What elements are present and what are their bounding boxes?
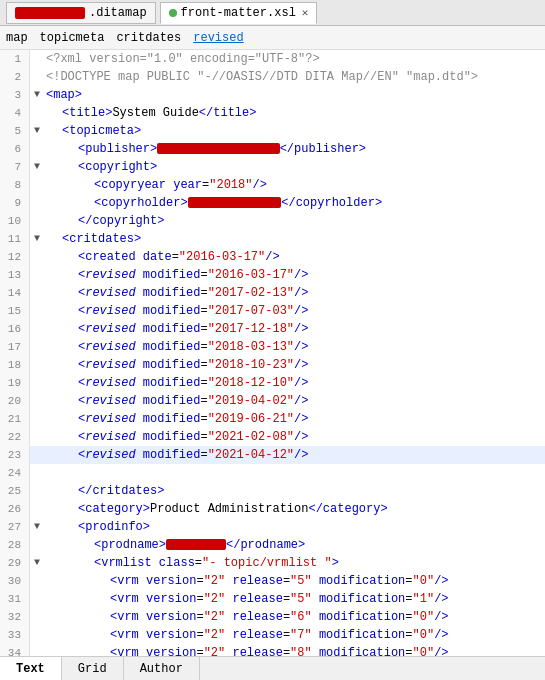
code-line-14[interactable]: 14 <revised modified="2017-02-13"/>	[0, 284, 545, 302]
line-number: 16	[0, 320, 30, 338]
tab-dot	[169, 9, 177, 17]
line-number: 2	[0, 68, 30, 86]
code-line-13[interactable]: 13 <revised modified="2016-03-17"/>	[0, 266, 545, 284]
line-number: 4	[0, 104, 30, 122]
line-number: 1	[0, 50, 30, 68]
code-line-3[interactable]: 3▼<map>	[0, 86, 545, 104]
close-icon[interactable]: ✕	[302, 6, 309, 19]
line-number: 5	[0, 122, 30, 140]
code-content: <vrm version="2" release="7" modificatio…	[108, 626, 449, 644]
code-line-32[interactable]: 32 <vrm version="2" release="6" modifica…	[0, 608, 545, 626]
code-line-25[interactable]: 25 </critdates>	[0, 482, 545, 500]
line-number: 10	[0, 212, 30, 230]
code-content: <revised modified="2021-04-12"/>	[76, 446, 308, 464]
code-line-26[interactable]: 26 <category>Product Administration</cat…	[0, 500, 545, 518]
line-number: 20	[0, 392, 30, 410]
fold-arrow[interactable]: ▼	[30, 158, 44, 176]
code-content: <topicmeta>	[60, 122, 141, 140]
code-line-30[interactable]: 30 <vrm version="2" release="5" modifica…	[0, 572, 545, 590]
code-line-22[interactable]: 22 <revised modified="2021-02-08"/>	[0, 428, 545, 446]
code-line-18[interactable]: 18 <revised modified="2018-10-23"/>	[0, 356, 545, 374]
code-line-12[interactable]: 12 <created date="2016-03-17"/>	[0, 248, 545, 266]
code-line-23[interactable]: 23 <revised modified="2021-04-12"/>	[0, 446, 545, 464]
nav-revised[interactable]: revised	[193, 31, 243, 45]
code-line-33[interactable]: 33 <vrm version="2" release="7" modifica…	[0, 626, 545, 644]
code-line-29[interactable]: 29▼<vrmlist class="- topic/vrmlist ">	[0, 554, 545, 572]
nav-bar: map topicmeta critdates revised	[0, 26, 545, 50]
code-line-8[interactable]: 8 <copyryear year="2018"/>	[0, 176, 545, 194]
code-line-6[interactable]: 6 <publisher> </publisher>	[0, 140, 545, 158]
tab-frontmatter[interactable]: front-matter.xsl ✕	[160, 2, 318, 24]
line-number: 30	[0, 572, 30, 590]
code-line-2[interactable]: 2 <!DOCTYPE map PUBLIC "-//OASIS//DTD DI…	[0, 68, 545, 86]
code-content: <vrmlist class="- topic/vrmlist ">	[92, 554, 339, 572]
line-number: 17	[0, 338, 30, 356]
status-grid-label: Grid	[78, 662, 107, 676]
code-line-4[interactable]: 4 <title>System Guide</title>	[0, 104, 545, 122]
code-line-10[interactable]: 10 </copyright>	[0, 212, 545, 230]
code-content: <?xml version="1.0" encoding="UTF-8"?>	[44, 50, 320, 68]
line-number: 34	[0, 644, 30, 656]
code-content: <revised modified="2016-03-17"/>	[76, 266, 308, 284]
tab-frontmatter-label: front-matter.xsl	[181, 6, 296, 20]
code-content: <prodinfo>	[76, 518, 150, 536]
nav-topicmeta[interactable]: topicmeta	[40, 31, 105, 45]
status-tab-grid[interactable]: Grid	[62, 657, 124, 680]
status-text-label: Text	[16, 662, 45, 676]
status-tab-text[interactable]: Text	[0, 657, 62, 680]
code-line-17[interactable]: 17 <revised modified="2018-03-13"/>	[0, 338, 545, 356]
code-content: <revised modified="2018-12-10"/>	[76, 374, 308, 392]
fold-arrow[interactable]: ▼	[30, 86, 44, 104]
line-number: 8	[0, 176, 30, 194]
code-line-19[interactable]: 19 <revised modified="2018-12-10"/>	[0, 374, 545, 392]
tab-ditamap[interactable]: .ditamap	[6, 2, 156, 24]
line-number: 15	[0, 302, 30, 320]
line-number: 9	[0, 194, 30, 212]
code-content: <prodname> </prodname>	[92, 536, 305, 554]
code-line-9[interactable]: 9 <copyrholder> </copyrholder>	[0, 194, 545, 212]
code-line-24[interactable]: 24	[0, 464, 545, 482]
fold-arrow[interactable]: ▼	[30, 518, 44, 536]
line-number: 25	[0, 482, 30, 500]
status-author-label: Author	[140, 662, 183, 676]
code-content: <vrm version="2" release="8" modificatio…	[108, 644, 449, 656]
code-content: </copyright>	[76, 212, 164, 230]
line-number: 33	[0, 626, 30, 644]
code-line-20[interactable]: 20 <revised modified="2019-04-02"/>	[0, 392, 545, 410]
fold-arrow[interactable]: ▼	[30, 230, 44, 248]
code-content: <revised modified="2018-03-13"/>	[76, 338, 308, 356]
line-number: 13	[0, 266, 30, 284]
nav-critdates[interactable]: critdates	[116, 31, 181, 45]
code-content: <revised modified="2017-07-03"/>	[76, 302, 308, 320]
code-line-5[interactable]: 5▼<topicmeta>	[0, 122, 545, 140]
code-content: <vrm version="2" release="5" modificatio…	[108, 572, 449, 590]
ditamap-redacted	[15, 7, 85, 19]
code-line-15[interactable]: 15 <revised modified="2017-07-03"/>	[0, 302, 545, 320]
code-content: <category>Product Administration</catego…	[76, 500, 388, 518]
code-line-21[interactable]: 21 <revised modified="2019-06-21"/>	[0, 410, 545, 428]
nav-map[interactable]: map	[6, 31, 28, 45]
line-number: 18	[0, 356, 30, 374]
code-line-31[interactable]: 31 <vrm version="2" release="5" modifica…	[0, 590, 545, 608]
line-number: 21	[0, 410, 30, 428]
code-line-7[interactable]: 7▼<copyright>	[0, 158, 545, 176]
status-tab-author[interactable]: Author	[124, 657, 200, 680]
code-content: <revised modified="2021-02-08"/>	[76, 428, 308, 446]
line-number: 11	[0, 230, 30, 248]
code-line-34[interactable]: 34 <vrm version="2" release="8" modifica…	[0, 644, 545, 656]
code-content: <revised modified="2019-04-02"/>	[76, 392, 308, 410]
code-content: <map>	[44, 86, 82, 104]
code-line-16[interactable]: 16 <revised modified="2017-12-18"/>	[0, 320, 545, 338]
code-line-11[interactable]: 11▼<critdates>	[0, 230, 545, 248]
code-line-27[interactable]: 27▼<prodinfo>	[0, 518, 545, 536]
code-content: <copyrholder> </copyrholder>	[92, 194, 382, 212]
code-content: <revised modified="2017-02-13"/>	[76, 284, 308, 302]
fold-arrow[interactable]: ▼	[30, 554, 44, 572]
code-line-28[interactable]: 28 <prodname> </prodname>	[0, 536, 545, 554]
code-content: </critdates>	[76, 482, 164, 500]
line-number: 27	[0, 518, 30, 536]
code-line-1[interactable]: 1 <?xml version="1.0" encoding="UTF-8"?>	[0, 50, 545, 68]
code-content: <vrm version="2" release="6" modificatio…	[108, 608, 449, 626]
code-content: <publisher> </publisher>	[76, 140, 366, 158]
fold-arrow[interactable]: ▼	[30, 122, 44, 140]
